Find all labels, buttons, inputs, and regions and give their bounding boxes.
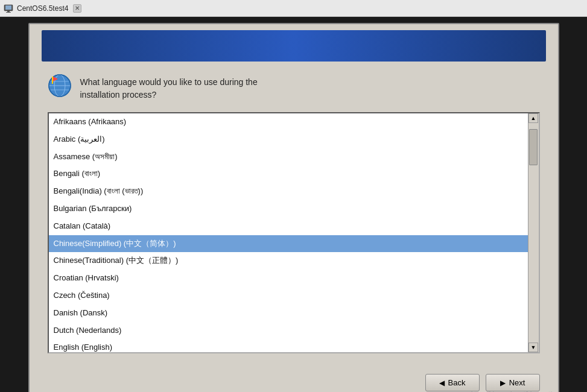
content-area: What language would you like to use duri… [30, 68, 558, 365]
back-arrow-icon: ◀ [439, 379, 445, 387]
language-item[interactable]: Danish (Dansk) [49, 305, 528, 322]
buttons-row: ◀ Back ▶ Next [30, 365, 558, 392]
language-item[interactable]: Arabic (العربية) [49, 131, 528, 148]
language-list-container: Afrikaans (Afrikaans)Arabic (العربية)Ass… [48, 112, 540, 353]
language-item[interactable]: Chinese(Traditional) (中文（正體）) [49, 252, 528, 270]
back-button[interactable]: ◀ Back [425, 374, 480, 391]
svg-rect-2 [7, 11, 10, 12]
language-item[interactable]: Dutch (Nederlands) [49, 322, 528, 340]
title-bar: CentOS6.5test4 ✕ [0, 0, 587, 17]
next-button[interactable]: ▶ Next [486, 374, 540, 391]
next-arrow-icon: ▶ [500, 379, 506, 387]
svg-rect-1 [5, 5, 11, 10]
language-item[interactable]: Bengali(India) (বাংলা (ভারত)) [49, 183, 528, 200]
scrollbar-track: ▲ ▼ [528, 113, 539, 352]
close-button[interactable]: ✕ [73, 4, 81, 13]
svg-rect-10 [52, 77, 53, 84]
scrollbar-down-button[interactable]: ▼ [528, 343, 538, 352]
back-label: Back [448, 378, 466, 387]
language-item[interactable]: Bulgarian (Български) [49, 200, 528, 218]
language-item[interactable]: Bengali (বাংলা) [49, 165, 528, 183]
globe-icon [48, 74, 72, 98]
scrollbar-thumb-area [528, 123, 539, 343]
language-list[interactable]: Afrikaans (Afrikaans)Arabic (العربية)Ass… [49, 113, 528, 352]
next-label: Next [509, 378, 525, 387]
language-item[interactable]: Assamese (অসমীয়া) [49, 148, 528, 166]
question-text: What language would you like to use duri… [80, 74, 258, 101]
window-icon [4, 4, 13, 13]
main-window: What language would you like to use duri… [28, 23, 559, 392]
scrollbar-thumb[interactable] [529, 129, 538, 165]
title-bar-text: CentOS6.5test4 [17, 4, 68, 13]
question-row: What language would you like to use duri… [48, 74, 540, 101]
language-item[interactable]: English (English) [49, 339, 528, 352]
language-item[interactable]: Chinese(Simplified) (中文（简体）) [49, 235, 528, 253]
header-banner [42, 30, 546, 62]
scrollbar-up-button[interactable]: ▲ [528, 113, 538, 123]
language-item[interactable]: Croatian (Hrvatski) [49, 270, 528, 287]
svg-rect-3 [6, 12, 11, 13]
language-item[interactable]: Afrikaans (Afrikaans) [49, 113, 528, 131]
language-item[interactable]: Czech (Čeština) [49, 287, 528, 305]
language-item[interactable]: Catalan (Català) [49, 218, 528, 235]
